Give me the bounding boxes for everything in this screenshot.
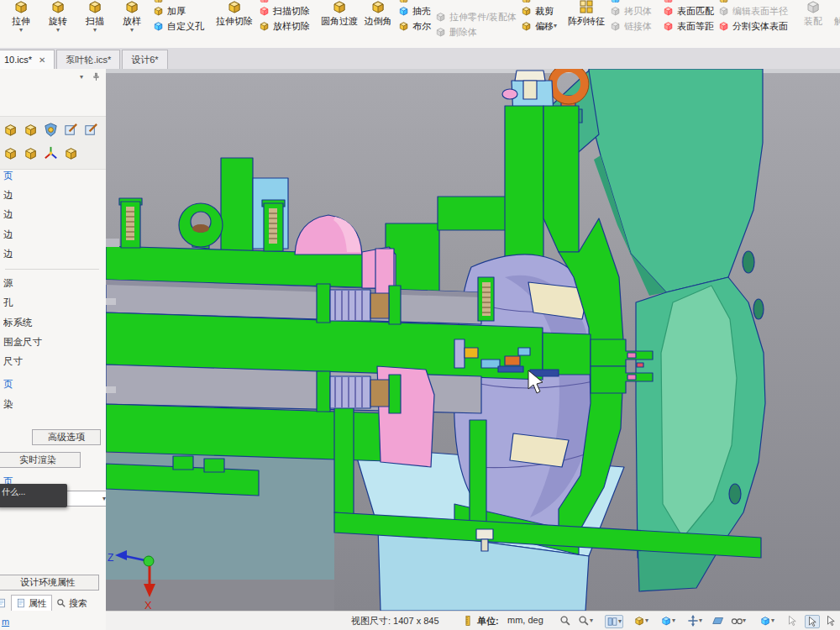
upper-bearing[interactable] — [330, 290, 370, 321]
trim-button[interactable]: 裁剪 — [520, 4, 557, 18]
volute-section-leg[interactable] — [543, 106, 579, 252]
support-post[interactable] — [334, 402, 354, 514]
seal-ring-cyan[interactable] — [481, 360, 500, 368]
bearing-spacer[interactable] — [370, 380, 389, 407]
realtime-render-button[interactable]: 实时渲染 — [0, 452, 81, 468]
clipped-tool-button[interactable] — [397, 0, 431, 3]
custom-hole-button[interactable]: 自定义孔 — [152, 19, 204, 33]
offset-button[interactable]: 偏移▾ — [520, 19, 557, 33]
thicken-button[interactable]: 加厚 — [152, 4, 204, 18]
section-band[interactable] — [438, 197, 508, 230]
plane-view-icon[interactable] — [712, 615, 724, 627]
copy-body-button[interactable]: 拷贝体 — [609, 4, 652, 18]
clipped-tool-button[interactable] — [152, 0, 204, 3]
surface-match-button[interactable]: 表面匹配 — [662, 4, 714, 18]
edit-icon[interactable] — [63, 122, 79, 138]
bearing-cap-section[interactable] — [317, 371, 330, 412]
clipped-tool-button[interactable] — [520, 0, 557, 3]
tree-item-hole[interactable]: 孔 — [3, 297, 104, 313]
hex-bolt-head[interactable] — [476, 529, 493, 539]
revolve-button[interactable]: 旋转 ▾ — [39, 0, 76, 34]
chamfer-button[interactable]: 边倒角 — [360, 0, 396, 27]
pick-tool-icon[interactable] — [825, 615, 837, 627]
fly-mode-icon[interactable] — [786, 615, 798, 627]
tree-item-coordinate-system[interactable]: 标系统 — [3, 317, 104, 333]
shaft-key[interactable] — [498, 366, 523, 372]
bearing-cap-section[interactable] — [317, 284, 330, 323]
loft-cut-button[interactable]: 放样切除 — [258, 19, 310, 33]
3d-viewport[interactable]: Z X — [106, 69, 840, 611]
bearing-cap-section[interactable] — [389, 286, 401, 324]
tree-item-bounding-box[interactable]: 围盒尺寸 — [3, 336, 104, 353]
tab-design6[interactable]: 设计6* — [122, 50, 167, 69]
shaded-view-icon[interactable]: ▾ — [660, 615, 675, 627]
link-body-button[interactable]: 链接体 — [609, 19, 652, 33]
isometric-view-icon[interactable]: ▾ — [759, 615, 774, 627]
bearing-cap-section[interactable] — [389, 375, 401, 413]
tree-item-edge[interactable]: 边 — [3, 248, 104, 265]
zoom-options-icon[interactable]: ▾ — [578, 615, 593, 627]
shield-icon[interactable] — [43, 122, 59, 138]
extrude-cut-button[interactable]: 拉伸切除 — [213, 0, 256, 27]
clipped-tool-button[interactable] — [717, 0, 788, 3]
split-surface-button[interactable]: 分割实体表面 — [717, 19, 788, 33]
delete-body-button[interactable]: 删除体 — [434, 25, 517, 39]
tree-item-selected[interactable]: 页 — [3, 170, 104, 186]
zoom-in-icon[interactable] — [559, 615, 571, 627]
structure-tab[interactable] — [0, 596, 11, 611]
tool-icon[interactable] — [63, 145, 79, 161]
tool-icon[interactable] — [83, 122, 99, 138]
assemble-button[interactable]: 装配 — [796, 0, 830, 27]
select-tool-icon[interactable] — [805, 615, 820, 628]
hex-bolt-head[interactable] — [515, 71, 545, 81]
clipped-tool-button[interactable] — [609, 0, 652, 3]
surface-offset-button[interactable]: 表面等距 — [662, 19, 714, 33]
pink-washer[interactable] — [502, 89, 517, 99]
seal-ring-orange[interactable] — [505, 356, 520, 365]
tool-icon[interactable] — [3, 145, 18, 161]
unassemble-button[interactable]: 解除装配 — [830, 0, 840, 27]
extrude-part-button[interactable]: 拉伸零件/装配体 — [434, 10, 517, 24]
pan-icon[interactable]: ▾ — [687, 615, 702, 627]
axis-triad-icon[interactable] — [43, 145, 59, 161]
tab-10ics[interactable]: 10.ics* ✕ — [0, 50, 55, 69]
extrude-button[interactable]: 拉伸 ▾ — [3, 0, 39, 34]
shaft-sleeve[interactable] — [454, 339, 465, 368]
clipped-tool-button[interactable] — [662, 0, 714, 3]
tree-item-selected[interactable]: 页 — [3, 378, 104, 395]
advanced-options-button[interactable]: 高级选项 — [32, 429, 101, 445]
bottom-link-fragment[interactable]: m — [2, 617, 9, 627]
sweep-button[interactable]: 扫描 ▾ — [76, 0, 113, 34]
tool-icon[interactable] — [23, 122, 39, 138]
seal-ring-cyan[interactable] — [518, 348, 530, 355]
close-icon[interactable]: ✕ — [39, 55, 45, 65]
discharge-pipe[interactable] — [589, 69, 763, 292]
tree-item-edge[interactable]: 边 — [3, 208, 104, 225]
tree-item-render[interactable]: 染 — [3, 398, 104, 415]
shell-button[interactable]: 抽壳 — [397, 4, 431, 18]
view-style-icon[interactable]: ▾ — [633, 615, 648, 627]
tree-item-edge[interactable]: 边 — [3, 228, 104, 245]
perspective-icon[interactable]: ▾ — [731, 615, 746, 627]
loft-button[interactable]: 放样 ▾ — [113, 0, 150, 34]
panel-dropdown-icon[interactable]: ▾ — [80, 74, 83, 81]
edit-surface-radius-button[interactable]: 编辑表面半径 — [717, 4, 788, 18]
pattern-button[interactable]: 阵列特征 — [565, 0, 607, 27]
tool-icon[interactable] — [3, 122, 18, 138]
pin-icon[interactable] — [92, 72, 101, 81]
seal-ring-yellow[interactable] — [465, 348, 478, 358]
clipped-tool-button[interactable] — [258, 0, 310, 3]
search-tab[interactable]: 搜索 — [52, 596, 92, 611]
foot-tab[interactable] — [204, 459, 224, 472]
fillet-button[interactable]: 圆角过渡 — [318, 0, 360, 27]
sweep-cut-button[interactable]: 扫描切除 — [258, 4, 310, 18]
tool-icon[interactable] — [23, 145, 39, 161]
tree-item-light[interactable]: 源 — [3, 277, 104, 294]
tree-item-size[interactable]: 尺寸 — [3, 355, 104, 372]
tree-item-edge[interactable]: 边 — [3, 189, 104, 206]
properties-tab[interactable]: 属性 — [11, 595, 52, 611]
view-pages-icon[interactable]: ▾ — [605, 615, 623, 628]
boolean-button[interactable]: 布尔 — [397, 19, 431, 33]
lower-bearing[interactable] — [330, 376, 370, 408]
bearing-spacer[interactable] — [370, 293, 389, 318]
